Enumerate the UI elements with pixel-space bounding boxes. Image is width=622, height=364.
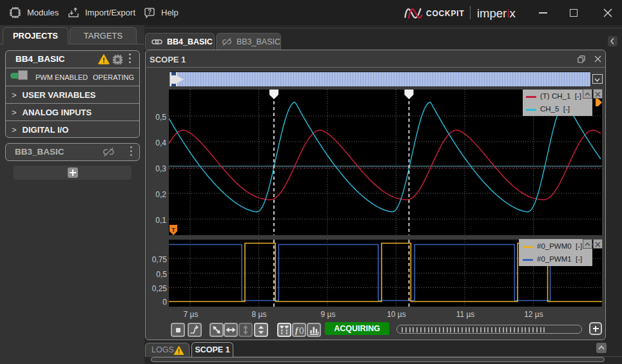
svg-text:T: T — [171, 227, 175, 233]
svg-text:?: ? — [148, 8, 151, 15]
svg-text:): ) — [302, 326, 304, 334]
